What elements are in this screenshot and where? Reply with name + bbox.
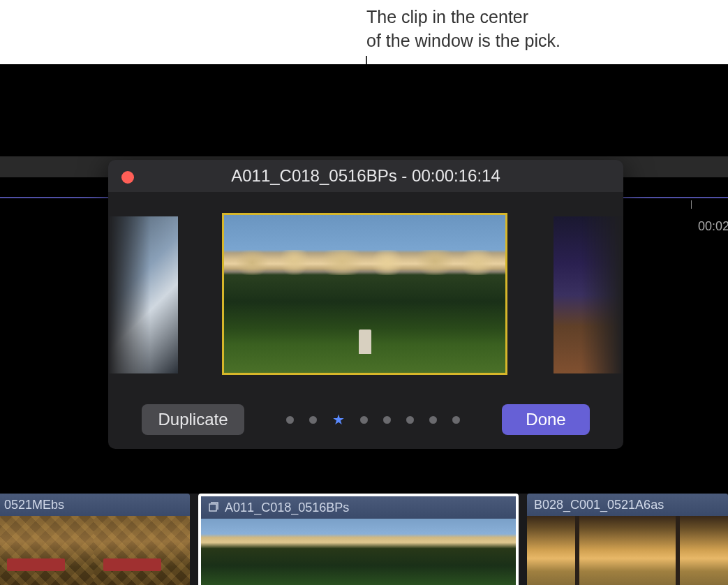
clip-header: B028_C001_0521A6as: [527, 494, 728, 516]
popup-controls: Duplicate ★ Done: [108, 404, 623, 435]
page-dot[interactable]: [406, 416, 414, 424]
clip-header: A011_C018_0516BPs: [201, 496, 516, 519]
filmstrip-next-thumb[interactable]: [554, 216, 623, 373]
app-background: 00:02 A011_C018_0516BPs - 00:00:16:14 Du…: [0, 64, 728, 567]
timeline-clip-selected[interactable]: A011_C018_0516BPs: [198, 494, 519, 585]
timeline-browser: 0521MEbs A011_C018_0516BPs B028_C001_052…: [0, 494, 728, 585]
page-dot[interactable]: [383, 416, 391, 424]
done-button[interactable]: Done: [502, 404, 590, 435]
clip-thumbnail: [201, 519, 516, 585]
duplicate-button[interactable]: Duplicate: [142, 404, 244, 435]
annotation-line-2: of the window is the pick.: [366, 29, 560, 53]
page-dot[interactable]: [360, 416, 368, 424]
annotation-line-1: The clip in the center: [366, 6, 560, 29]
clip-header: 0521MEbs: [0, 494, 190, 516]
ruler-tick: [691, 200, 692, 209]
popup-title: A011_C018_0516BPs - 00:00:16:14: [108, 166, 623, 186]
page-dot[interactable]: [286, 416, 294, 424]
page-dots: ★: [244, 411, 502, 428]
clip-name-label: B028_C001_0521A6as: [534, 498, 664, 512]
audition-icon: [208, 502, 219, 513]
timeline-clip[interactable]: B028_C001_0521A6as: [527, 494, 728, 585]
popup-titlebar[interactable]: A011_C018_0516BPs - 00:00:16:14: [108, 160, 623, 192]
ruler-time-label: 00:02: [698, 219, 728, 234]
page-dot[interactable]: [429, 416, 437, 424]
filmstrip-area: [108, 192, 623, 401]
page-dot[interactable]: [309, 416, 317, 424]
filmstrip-pick-thumb[interactable]: [222, 213, 507, 375]
clip-thumbnail: [527, 516, 728, 585]
page-dot[interactable]: [452, 416, 460, 424]
timeline-clip[interactable]: 0521MEbs: [0, 494, 190, 585]
audition-popup: A011_C018_0516BPs - 00:00:16:14 Duplicat…: [108, 160, 623, 449]
filmstrip-prev-thumb[interactable]: [108, 216, 178, 373]
close-button[interactable]: [121, 171, 134, 184]
annotation-callout: The clip in the center of the window is …: [366, 6, 560, 53]
pick-preview-image: [224, 215, 505, 373]
page-dot-star-icon[interactable]: ★: [332, 411, 345, 428]
clip-name-label: 0521MEbs: [4, 498, 64, 512]
clip-name-label: A011_C018_0516BPs: [225, 501, 349, 515]
clip-thumbnail: [0, 516, 190, 585]
